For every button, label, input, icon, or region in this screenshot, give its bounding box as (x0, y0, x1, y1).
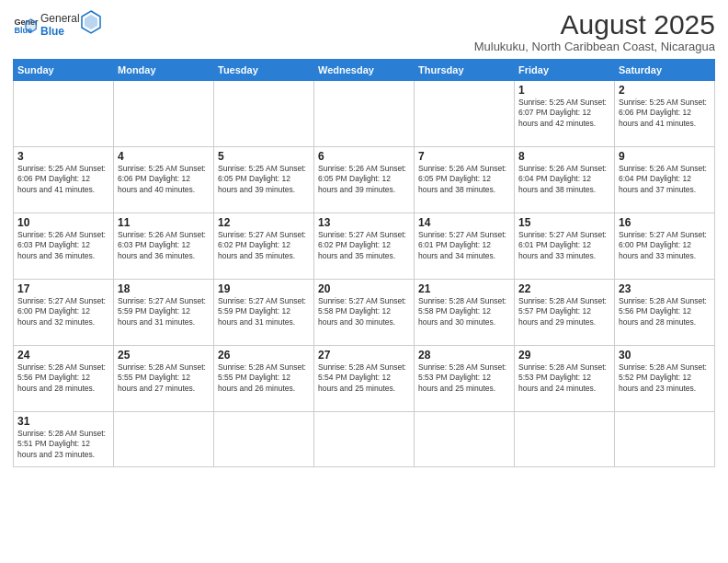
col-saturday: Saturday (615, 60, 715, 81)
table-row: 3Sunrise: 5:25 AM Sunset: 6:06 PM Daylig… (14, 147, 114, 213)
day-info: Sunrise: 5:26 AM Sunset: 6:03 PM Dayligh… (17, 230, 109, 261)
col-wednesday: Wednesday (314, 60, 415, 81)
day-number: 2 (619, 84, 711, 97)
day-number: 8 (518, 150, 610, 163)
day-number: 14 (418, 216, 510, 229)
table-row: 8Sunrise: 5:26 AM Sunset: 6:04 PM Daylig… (515, 147, 615, 213)
day-info: Sunrise: 5:28 AM Sunset: 5:55 PM Dayligh… (218, 362, 310, 394)
table-row: 15Sunrise: 5:27 AM Sunset: 6:01 PM Dayli… (515, 213, 615, 280)
day-number: 21 (418, 282, 510, 295)
table-row: 22Sunrise: 5:28 AM Sunset: 5:57 PM Dayli… (515, 280, 615, 346)
table-row: 31Sunrise: 5:28 AM Sunset: 5:51 PM Dayli… (14, 412, 114, 467)
day-info: Sunrise: 5:27 AM Sunset: 5:58 PM Dayligh… (318, 296, 410, 327)
table-row (14, 81, 114, 147)
day-number: 11 (118, 216, 210, 229)
day-number: 10 (17, 216, 109, 229)
day-number: 12 (218, 216, 310, 229)
day-number: 17 (17, 282, 109, 295)
table-row (415, 81, 515, 147)
day-info: Sunrise: 5:28 AM Sunset: 5:51 PM Dayligh… (17, 429, 109, 460)
table-row: 29Sunrise: 5:28 AM Sunset: 5:53 PM Dayli… (515, 346, 615, 412)
table-row (214, 412, 314, 467)
day-info: Sunrise: 5:28 AM Sunset: 5:53 PM Dayligh… (418, 362, 510, 394)
day-number: 6 (318, 150, 410, 163)
day-number: 4 (118, 150, 210, 163)
day-number: 27 (318, 349, 410, 362)
page: General Blue General Blue August 2025 Mu… (0, 0, 728, 563)
day-number: 24 (17, 349, 109, 362)
day-number: 13 (318, 216, 410, 229)
table-row: 23Sunrise: 5:28 AM Sunset: 5:56 PM Dayli… (615, 280, 715, 346)
svg-marker-7 (85, 15, 97, 29)
day-info: Sunrise: 5:28 AM Sunset: 5:56 PM Dayligh… (17, 362, 109, 394)
table-row (615, 412, 715, 467)
day-info: Sunrise: 5:27 AM Sunset: 6:02 PM Dayligh… (318, 230, 410, 261)
table-row: 5Sunrise: 5:25 AM Sunset: 6:05 PM Daylig… (214, 147, 314, 213)
logo-icon: General Blue (13, 13, 39, 39)
table-row: 27Sunrise: 5:28 AM Sunset: 5:54 PM Dayli… (314, 346, 415, 412)
table-row (214, 81, 314, 147)
table-row: 24Sunrise: 5:28 AM Sunset: 5:56 PM Dayli… (14, 346, 114, 412)
table-row: 12Sunrise: 5:27 AM Sunset: 6:02 PM Dayli… (214, 213, 314, 280)
day-number: 7 (418, 150, 510, 163)
day-info: Sunrise: 5:27 AM Sunset: 5:59 PM Dayligh… (118, 296, 210, 327)
day-info: Sunrise: 5:25 AM Sunset: 6:06 PM Dayligh… (118, 164, 210, 195)
col-friday: Friday (515, 60, 615, 81)
day-number: 9 (619, 150, 711, 163)
day-number: 18 (118, 282, 210, 295)
table-row: 11Sunrise: 5:26 AM Sunset: 6:03 PM Dayli… (114, 213, 214, 280)
table-row: 10Sunrise: 5:26 AM Sunset: 6:03 PM Dayli… (14, 213, 114, 280)
day-info: Sunrise: 5:25 AM Sunset: 6:06 PM Dayligh… (17, 164, 109, 195)
table-row: 7Sunrise: 5:26 AM Sunset: 6:05 PM Daylig… (415, 147, 515, 213)
col-sunday: Sunday (14, 60, 114, 81)
table-row: 9Sunrise: 5:26 AM Sunset: 6:04 PM Daylig… (615, 147, 715, 213)
day-info: Sunrise: 5:28 AM Sunset: 5:56 PM Dayligh… (619, 296, 711, 327)
day-number: 30 (619, 349, 711, 362)
day-info: Sunrise: 5:28 AM Sunset: 5:57 PM Dayligh… (518, 296, 610, 327)
table-row (114, 412, 214, 467)
table-row: 6Sunrise: 5:26 AM Sunset: 6:05 PM Daylig… (314, 147, 415, 213)
table-row: 14Sunrise: 5:27 AM Sunset: 6:01 PM Dayli… (415, 213, 515, 280)
table-row: 18Sunrise: 5:27 AM Sunset: 5:59 PM Dayli… (114, 280, 214, 346)
table-row: 17Sunrise: 5:27 AM Sunset: 6:00 PM Dayli… (14, 280, 114, 346)
col-tuesday: Tuesday (214, 60, 314, 81)
day-info: Sunrise: 5:26 AM Sunset: 6:03 PM Dayligh… (118, 230, 210, 261)
day-number: 3 (17, 150, 109, 163)
day-number: 28 (418, 349, 510, 362)
day-number: 19 (218, 282, 310, 295)
table-row: 2Sunrise: 5:25 AM Sunset: 6:06 PM Daylig… (615, 81, 715, 147)
day-number: 16 (619, 216, 711, 229)
title-block: August 2025 Mulukuku, North Caribbean Co… (474, 9, 715, 53)
table-row: 16Sunrise: 5:27 AM Sunset: 6:00 PM Dayli… (615, 213, 715, 280)
col-monday: Monday (114, 60, 214, 81)
day-number: 22 (518, 282, 610, 295)
day-number: 29 (518, 349, 610, 362)
table-row (314, 412, 415, 467)
table-row: 19Sunrise: 5:27 AM Sunset: 5:59 PM Dayli… (214, 280, 314, 346)
table-row (314, 81, 415, 147)
calendar-title: August 2025 (474, 9, 715, 40)
table-row: 13Sunrise: 5:27 AM Sunset: 6:02 PM Dayli… (314, 213, 415, 280)
day-info: Sunrise: 5:27 AM Sunset: 5:59 PM Dayligh… (218, 296, 310, 327)
day-number: 26 (218, 349, 310, 362)
day-number: 31 (17, 415, 109, 428)
calendar-subtitle: Mulukuku, North Caribbean Coast, Nicarag… (474, 40, 715, 53)
day-info: Sunrise: 5:28 AM Sunset: 5:53 PM Dayligh… (518, 362, 610, 394)
day-info: Sunrise: 5:27 AM Sunset: 6:02 PM Dayligh… (218, 230, 310, 261)
svg-text:General: General (40, 12, 80, 25)
table-row: 4Sunrise: 5:25 AM Sunset: 6:06 PM Daylig… (114, 147, 214, 213)
table-row: 25Sunrise: 5:28 AM Sunset: 5:55 PM Dayli… (114, 346, 214, 412)
day-number: 23 (619, 282, 711, 295)
day-info: Sunrise: 5:26 AM Sunset: 6:04 PM Dayligh… (518, 164, 610, 195)
day-info: Sunrise: 5:27 AM Sunset: 6:00 PM Dayligh… (619, 230, 711, 261)
day-info: Sunrise: 5:26 AM Sunset: 6:05 PM Dayligh… (318, 164, 410, 195)
day-info: Sunrise: 5:28 AM Sunset: 5:58 PM Dayligh… (418, 296, 510, 327)
day-info: Sunrise: 5:25 AM Sunset: 6:07 PM Dayligh… (518, 98, 610, 129)
table-row (114, 81, 214, 147)
calendar-table: Sunday Monday Tuesday Wednesday Thursday… (13, 59, 715, 467)
day-number: 20 (318, 282, 410, 295)
table-row: 20Sunrise: 5:27 AM Sunset: 5:58 PM Dayli… (314, 280, 415, 346)
day-info: Sunrise: 5:26 AM Sunset: 6:05 PM Dayligh… (418, 164, 510, 195)
day-info: Sunrise: 5:27 AM Sunset: 6:00 PM Dayligh… (17, 296, 109, 327)
day-info: Sunrise: 5:25 AM Sunset: 6:06 PM Dayligh… (619, 98, 711, 129)
